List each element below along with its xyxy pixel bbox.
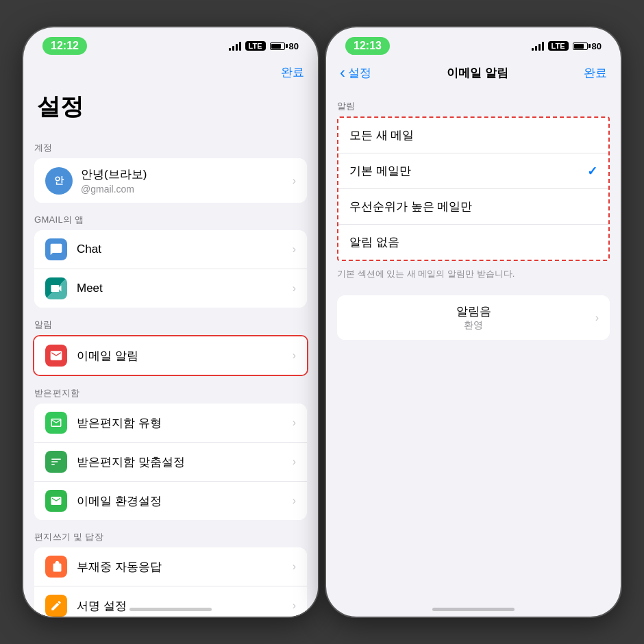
left-time: 12:12	[42, 37, 87, 55]
battery-percent: 80	[289, 41, 299, 51]
right-time: 12:13	[345, 37, 390, 55]
back-button[interactable]: ‹ 설정	[340, 64, 371, 81]
account-item[interactable]: 안 안녕(브라보) @gmail.com ›	[34, 158, 307, 203]
option-all-mail[interactable]: 모든 새 메일	[338, 118, 608, 153]
chat-app-icon	[45, 238, 67, 260]
meet-chevron-icon: ›	[293, 282, 296, 295]
email-notification-item[interactable]: 이메일 알림 ›	[34, 336, 307, 375]
out-of-office-label: 부재중 자동응답	[77, 559, 293, 575]
sound-chevron-icon: ›	[595, 312, 599, 324]
right-status-icons: LTE 80	[532, 41, 602, 51]
out-of-office-chevron-icon: ›	[293, 560, 296, 573]
meet-title: Meet	[77, 282, 293, 295]
email-notification-label: 이메일 알림	[77, 348, 293, 364]
settings-title: 설정	[23, 91, 318, 136]
email-notification-title: 이메일 알림	[77, 348, 293, 364]
chat-item[interactable]: Chat ›	[34, 230, 307, 269]
right-signal-bars-icon	[532, 41, 544, 51]
inbox-custom-item[interactable]: 받은편지함 맞춤설정 ›	[34, 443, 307, 482]
account-info: 안녕(브라보) @gmail.com	[81, 166, 293, 195]
account-name: 안녕(브라보)	[81, 166, 293, 182]
right-home-indicator	[432, 608, 515, 611]
inbox-custom-icon	[45, 451, 67, 473]
email-notification-icon	[45, 345, 67, 367]
battery-icon	[270, 42, 285, 50]
email-settings-title: 이메일 환경설정	[77, 493, 293, 509]
signal-bars-icon	[229, 41, 241, 51]
right-nav-bar: ‹ 설정 이메일 알림 완료	[326, 59, 621, 89]
chat-label: Chat	[77, 243, 293, 256]
inbox-custom-title: 받은편지함 맞춤설정	[77, 454, 293, 470]
meet-item[interactable]: Meet ›	[34, 269, 307, 308]
out-of-office-icon	[45, 556, 67, 578]
signature-item[interactable]: 서명 설정 ›	[34, 586, 307, 617]
email-notification-chevron-icon: ›	[293, 349, 296, 362]
email-settings-item[interactable]: 이메일 환경설정 ›	[34, 482, 307, 520]
gmail-section-label: GMAIL의 앱	[23, 208, 318, 229]
notification-section-label: 알림	[23, 313, 318, 334]
email-settings-chevron-icon: ›	[293, 495, 296, 507]
account-section-label: 계정	[23, 136, 318, 157]
out-of-office-item[interactable]: 부재중 자동응답 ›	[34, 547, 307, 586]
right-notification-section-label: 알림	[326, 89, 621, 116]
notification-options-group: 모든 새 메일 기본 메일만 ✓ 우선순위가 높은 메일만 알림 없음	[337, 116, 610, 261]
option-none[interactable]: 알림 없음	[338, 225, 608, 260]
settings-header: 완료	[23, 59, 318, 91]
inbox-type-icon	[45, 412, 67, 434]
left-status-icons: LTE 80	[229, 41, 299, 51]
right-phone: 12:13 LTE 80 ‹ 설정 이메일 알림 완	[326, 27, 621, 617]
left-done-button[interactable]: 완료	[281, 66, 304, 79]
signature-title: 서명 설정	[77, 598, 293, 614]
right-screen: 알림 모든 새 메일 기본 메일만 ✓ 우선순위가 높은 메일만 알림 없음 기…	[326, 89, 621, 345]
inbox-section-label: 받은편지함	[23, 382, 318, 402]
right-lte-badge: LTE	[548, 41, 569, 51]
chat-title: Chat	[77, 243, 293, 256]
left-screen: 완료 설정 계정 안 안녕(브라보) @gmail.com ›	[23, 59, 318, 617]
email-notification-highlighted: 이메일 알림 ›	[33, 335, 308, 376]
inbox-custom-label: 받은편지함 맞춤설정	[77, 454, 293, 470]
account-email: @gmail.com	[81, 184, 293, 195]
left-status-bar: 12:12 LTE 80	[23, 27, 318, 59]
inbox-type-title: 받은편지함 유형	[77, 415, 293, 431]
back-arrow-icon: ‹	[340, 64, 345, 81]
account-avatar: 안	[45, 167, 73, 195]
option-all-mail-label: 모든 새 메일	[349, 127, 414, 143]
right-battery-icon	[573, 42, 588, 50]
option-none-label: 알림 없음	[349, 234, 399, 250]
meet-label: Meet	[77, 282, 293, 295]
signature-label: 서명 설정	[77, 598, 293, 614]
right-status-bar: 12:13 LTE 80	[326, 27, 621, 59]
left-home-indicator	[129, 608, 212, 611]
inbox-type-item[interactable]: 받은편지함 유형 ›	[34, 404, 307, 443]
right-battery-percent: 80	[592, 41, 602, 51]
left-phone: 12:12 LTE 80 완료 설정	[23, 27, 318, 617]
inbox-custom-chevron-icon: ›	[293, 456, 296, 468]
right-done-button[interactable]: 완료	[584, 65, 607, 81]
account-group: 안 안녕(브라보) @gmail.com ›	[34, 158, 307, 203]
signature-chevron-icon: ›	[293, 599, 296, 612]
notification-section-label-wrapper: 알림	[23, 313, 318, 334]
sound-title: 알림음	[456, 304, 491, 319]
inbox-type-chevron-icon: ›	[293, 417, 296, 429]
sound-item[interactable]: 알림음 환영 ›	[337, 295, 610, 340]
inbox-section-label-wrapper: 받은편지함	[23, 382, 318, 402]
option-primary-only-label: 기본 메일만	[349, 163, 411, 179]
right-nav-title: 이메일 알림	[447, 65, 508, 81]
notification-info-text: 기본 섹션에 있는 새 메일의 알림만 받습니다.	[326, 264, 621, 290]
option-primary-only[interactable]: 기본 메일만 ✓	[338, 153, 608, 189]
compose-section-label: 편지쓰기 및 답장	[23, 525, 318, 546]
account-chevron-icon: ›	[293, 175, 296, 187]
out-of-office-title: 부재중 자동응답	[77, 559, 293, 575]
chat-chevron-icon: ›	[293, 243, 296, 256]
account-section-label-wrapper: 계정	[23, 136, 318, 157]
option-high-priority-label: 우선순위가 높은 메일만	[349, 199, 472, 214]
gmail-apps-group: Chat › Meet ›	[34, 230, 307, 308]
compose-group: 부재중 자동응답 › 서명 설정 ›	[34, 547, 307, 617]
email-settings-label: 이메일 환경설정	[77, 493, 293, 509]
signature-icon	[45, 595, 67, 617]
lte-badge: LTE	[245, 41, 266, 51]
back-label: 설정	[348, 65, 371, 81]
option-high-priority[interactable]: 우선순위가 높은 메일만	[338, 189, 608, 225]
inbox-type-label: 받은편지함 유형	[77, 415, 293, 431]
gmail-section-label-wrapper: GMAIL의 앱	[23, 208, 318, 229]
